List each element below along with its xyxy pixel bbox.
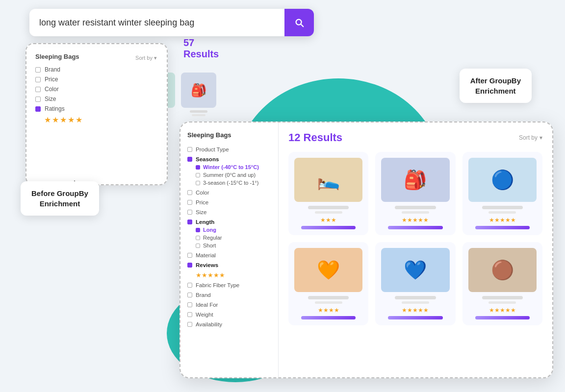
product-sub-5 bbox=[402, 301, 429, 304]
sidebar-filter-weight[interactable]: Weight bbox=[187, 311, 271, 318]
product-name-5 bbox=[395, 296, 436, 299]
filter-color[interactable]: Color bbox=[35, 86, 158, 93]
product-stars-4: ★★★★ bbox=[318, 307, 339, 314]
search-button[interactable] bbox=[284, 9, 314, 36]
sidebar-filter-color[interactable]: Color bbox=[187, 189, 271, 196]
cb-reviews bbox=[187, 263, 192, 268]
label-before: Before GroupBy Enrichment bbox=[21, 181, 99, 216]
product-bar-3 bbox=[475, 226, 530, 229]
after-sort-by[interactable]: Sort by ▾ bbox=[519, 134, 542, 141]
product-card-2[interactable]: 🎒 ★★★★★ bbox=[375, 152, 455, 235]
before-sort-by[interactable]: Sort by ▾ bbox=[135, 55, 157, 61]
cb-fabric bbox=[187, 283, 192, 288]
search-input[interactable] bbox=[29, 18, 284, 28]
product-grid: 🛌 ★★★ 🎒 ★★★★★ 🔵 ★★★★★ bbox=[288, 152, 542, 325]
cb-size bbox=[187, 210, 192, 215]
product-sub-6 bbox=[488, 301, 516, 304]
product-stars-2: ★★★★★ bbox=[402, 217, 429, 223]
before-product-card-3: 🎒 bbox=[180, 73, 218, 122]
sub-long[interactable]: Long bbox=[196, 226, 271, 234]
sidebar-filter-length[interactable]: Length Long Regular Short bbox=[187, 218, 271, 249]
product-bar-2 bbox=[388, 226, 442, 229]
sub-short[interactable]: Short bbox=[196, 242, 271, 249]
product-name-4 bbox=[308, 296, 349, 299]
before-panel: Sleeping Bags Brand Price Color Size Rat… bbox=[26, 43, 168, 185]
after-sidebar: Sleeping Bags Product Type Seasons Winte… bbox=[180, 122, 279, 377]
after-main-header: 12 Results Sort by ▾ bbox=[288, 131, 542, 144]
sub-summer[interactable]: Summer (0°C and up) bbox=[196, 171, 271, 179]
sidebar-filter-ideal-for[interactable]: Ideal For bbox=[187, 301, 271, 309]
product-sub-4 bbox=[315, 301, 342, 304]
cb-price bbox=[187, 200, 192, 205]
product-img-4: 🧡 bbox=[294, 248, 362, 292]
filter-brand[interactable]: Brand bbox=[35, 66, 158, 73]
sub-3season[interactable]: 3-season (-15°C to -1°) bbox=[196, 179, 271, 187]
sidebar-filter-fabric[interactable]: Fabric Fiber Type bbox=[187, 281, 271, 289]
product-card-4[interactable]: 🧡 ★★★★ bbox=[288, 242, 368, 325]
product-card-5[interactable]: 💙 ★★★★★ bbox=[375, 242, 455, 325]
filter-size[interactable]: Size bbox=[35, 96, 158, 102]
filter-ratings[interactable]: Ratings bbox=[35, 105, 158, 112]
cb-brand bbox=[187, 293, 192, 297]
chevron-down-icon: ▾ bbox=[539, 134, 542, 141]
filter-color-checkbox bbox=[35, 87, 41, 92]
before-ratings-stars: ★★★★★ bbox=[44, 115, 158, 124]
product-card-1[interactable]: 🛌 ★★★ bbox=[288, 152, 368, 235]
product-name-3 bbox=[482, 206, 523, 209]
product-bar-6 bbox=[475, 316, 530, 319]
cb-product-type bbox=[187, 147, 192, 152]
product-name-2 bbox=[395, 206, 436, 209]
sidebar-filter-brand[interactable]: Brand bbox=[187, 291, 271, 299]
reviews-stars: ★★★★★ bbox=[196, 271, 225, 279]
product-name-6 bbox=[482, 296, 523, 299]
product-bar-1 bbox=[301, 226, 356, 229]
sidebar-filter-material[interactable]: Material bbox=[187, 251, 271, 259]
filter-price[interactable]: Price bbox=[35, 76, 158, 83]
product-img-5: 💙 bbox=[381, 248, 449, 292]
after-sidebar-title: Sleeping Bags bbox=[187, 131, 271, 139]
product-img-6: 🟤 bbox=[468, 248, 537, 292]
label-after: After GroupBy Enrichment bbox=[460, 69, 532, 103]
sidebar-filter-seasons[interactable]: Seasons Winter (-40°C to 15°C) Summer (0… bbox=[187, 155, 271, 187]
after-results-count: 12 Results bbox=[288, 131, 342, 144]
sidebar-filter-reviews[interactable]: Reviews ★★★★★ bbox=[187, 261, 271, 279]
product-stars-6: ★★★★★ bbox=[489, 307, 516, 314]
product-bar-5 bbox=[388, 316, 442, 319]
seasons-sub-items: Winter (-40°C to 15°C) Summer (0°C and u… bbox=[187, 163, 271, 187]
after-panel: Sleeping Bags Product Type Seasons Winte… bbox=[180, 122, 553, 378]
product-name-1 bbox=[308, 206, 349, 209]
product-img-1: 🛌 bbox=[294, 158, 362, 202]
filter-price-checkbox bbox=[35, 77, 41, 82]
sidebar-filter-availability[interactable]: Availability bbox=[187, 320, 271, 328]
cb-color bbox=[187, 190, 192, 195]
before-filter-list: Brand Price Color Size Ratings bbox=[35, 66, 158, 112]
length-sub-items: Long Regular Short bbox=[187, 226, 271, 249]
product-sub-3 bbox=[488, 211, 516, 214]
cb-seasons bbox=[187, 157, 192, 162]
product-img-3: 🔵 bbox=[468, 158, 537, 202]
filter-brand-checkbox bbox=[35, 67, 41, 73]
sub-winter[interactable]: Winter (-40°C to 15°C) bbox=[196, 163, 271, 171]
sidebar-filter-product-type[interactable]: Product Type bbox=[187, 146, 271, 153]
product-img-2: 🎒 bbox=[381, 158, 449, 202]
sub-regular[interactable]: Regular bbox=[196, 234, 271, 242]
cb-availability bbox=[187, 322, 192, 327]
product-card-6[interactable]: 🟤 ★★★★★ bbox=[462, 242, 542, 325]
after-main-content: 12 Results Sort by ▾ 🛌 ★★★ 🎒 ★★★★★ bbox=[279, 122, 552, 377]
before-product-img-3: 🎒 bbox=[181, 73, 216, 108]
before-results-count: 57 Results bbox=[183, 37, 219, 60]
cb-length bbox=[187, 220, 192, 224]
filter-ratings-checkbox bbox=[35, 106, 41, 112]
product-sub-2 bbox=[402, 211, 429, 214]
product-bar-4 bbox=[301, 316, 356, 319]
product-stars-5: ★★★★★ bbox=[402, 307, 429, 314]
product-stars-1: ★★★ bbox=[320, 217, 336, 223]
cb-weight bbox=[187, 312, 192, 317]
product-sub-1 bbox=[315, 211, 342, 214]
search-bar bbox=[29, 9, 314, 36]
sidebar-filter-size[interactable]: Size bbox=[187, 208, 271, 216]
cb-ideal-for bbox=[187, 302, 192, 307]
product-card-3[interactable]: 🔵 ★★★★★ bbox=[462, 152, 542, 235]
sidebar-filter-price[interactable]: Price bbox=[187, 198, 271, 206]
cb-material bbox=[187, 253, 192, 258]
